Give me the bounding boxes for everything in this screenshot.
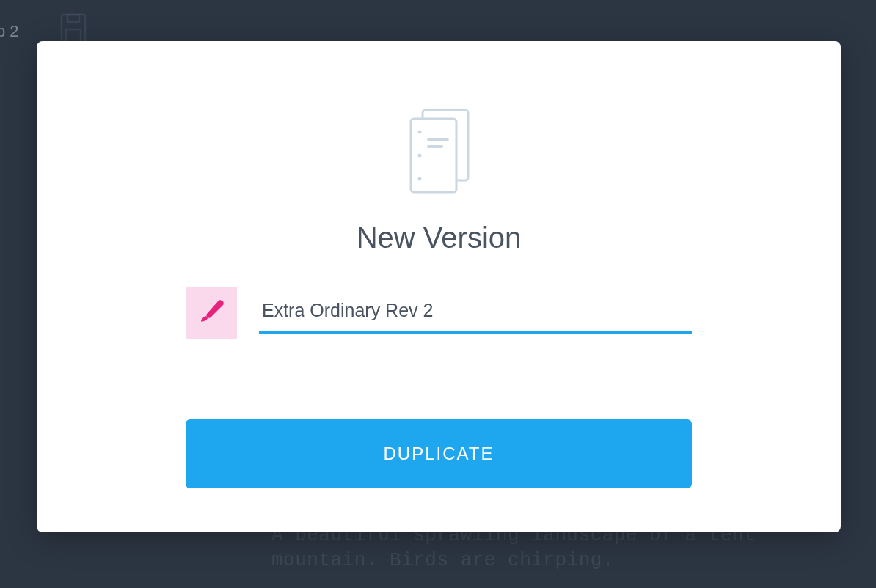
svg-rect-1 — [67, 15, 79, 22]
svg-rect-4 — [411, 119, 456, 192]
color-swatch[interactable] — [186, 287, 237, 339]
name-input-row — [186, 287, 692, 339]
duplicate-button[interactable]: DUPLICATE — [186, 419, 692, 488]
paintbrush-icon — [197, 297, 226, 329]
documents-icon — [402, 106, 475, 201]
svg-point-7 — [418, 177, 422, 181]
background-label-fragment: b 2 — [0, 22, 19, 41]
svg-point-5 — [418, 131, 422, 134]
new-version-modal: New Version DUPLICATE — [37, 41, 841, 532]
modal-title: New Version — [357, 221, 522, 254]
version-name-input[interactable] — [259, 293, 692, 334]
svg-point-6 — [418, 154, 422, 158]
